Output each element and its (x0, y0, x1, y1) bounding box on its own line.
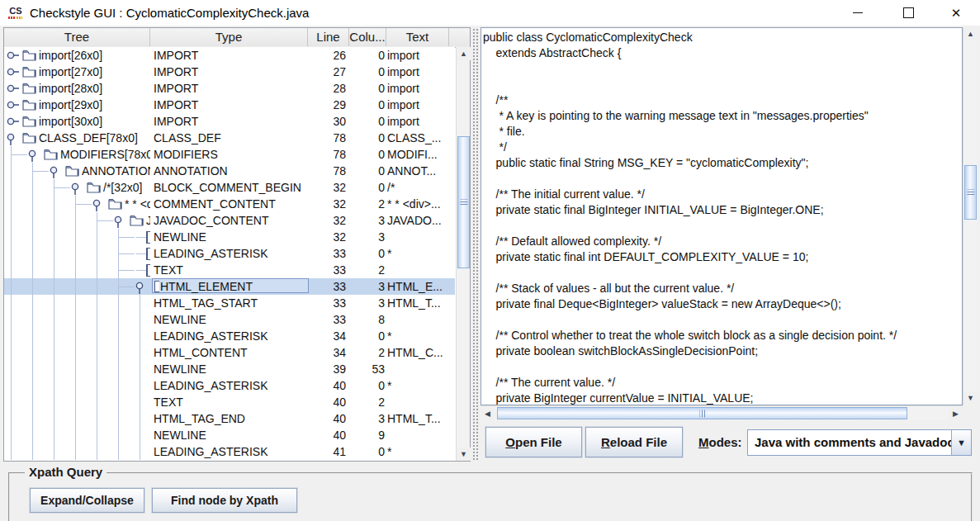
table-row[interactable]: import[26x0]IMPORT260import (4, 47, 455, 64)
tree-expanded-handle-icon[interactable] (135, 278, 149, 295)
code-line: /** Default allowed complexity. */ (483, 234, 661, 249)
minimize-button[interactable] (839, 0, 877, 26)
scroll-down-button[interactable]: ▼ (457, 448, 471, 461)
scrollbar-thumb[interactable] (457, 136, 470, 268)
tree-collapsed-handle-icon[interactable] (6, 113, 21, 130)
table-row[interactable]: HTML_ELEMENT333HTML_E...HTML_ELEMENT (4, 278, 455, 295)
close-icon: ✕ (951, 7, 962, 19)
line-cell: 26 (308, 49, 346, 62)
column-cell: 3 (349, 230, 385, 244)
column-header-text[interactable]: Text (386, 28, 449, 46)
scroll-up-button[interactable]: ▲ (963, 27, 978, 40)
tree-vscrollbar[interactable]: ▲▼ (456, 47, 470, 461)
tree-guide-line (32, 377, 33, 394)
table-row[interactable]: NEWLINE338 (4, 311, 455, 328)
table-row[interactable]: NEWLINE409 (4, 427, 455, 443)
type-cell: JAVADOC_CONTENT (154, 214, 310, 227)
table-row[interactable]: NEWLINE323 (4, 229, 455, 245)
scroll-down-button[interactable]: ▼ (963, 391, 978, 405)
code-vscrollbar[interactable]: ▲▼ (963, 27, 977, 405)
line-cell: 34 (308, 346, 346, 359)
tree-connector-line (118, 287, 135, 287)
column-cell: 3 (349, 214, 385, 227)
type-cell: TEXT (154, 263, 310, 277)
column-header-tree[interactable]: Tree (4, 28, 150, 46)
text-cell: * (387, 379, 450, 392)
source-code-view[interactable]: public class CyclomaticComplexityCheck e… (481, 27, 963, 405)
code-line: private final Deque<BigInteger> valueSta… (483, 296, 841, 312)
table-row[interactable]: * * <div>...COMMENT_CONTENT322* * <div>.… (4, 196, 455, 212)
table-row[interactable]: import[27x0]IMPORT270import (4, 64, 455, 80)
table-row[interactable]: HTML_TAG_END403HTML_T... (4, 410, 455, 427)
find-node-by-xpath-button[interactable]: Find node by Xpath (152, 488, 297, 513)
chevron-down-icon: ▼ (957, 438, 966, 448)
table-row[interactable]: TEXT402 (4, 394, 455, 410)
tree-expanded-handle-icon[interactable] (70, 179, 85, 196)
table-row[interactable]: ANNOTATION[78x0]ANNOTATION780ANNOT... (4, 163, 455, 179)
tree-expanded-handle-icon[interactable] (113, 212, 128, 229)
expand-collapse-button[interactable]: Expand/Collapse (30, 488, 144, 513)
tree-expanded-handle-icon[interactable] (49, 163, 64, 179)
close-button[interactable]: ✕ (937, 0, 975, 26)
tree-guide-line (11, 278, 12, 295)
split-divider[interactable] (471, 27, 481, 462)
table-row[interactable]: import[28x0]IMPORT280import (4, 80, 455, 97)
selected-node-box[interactable]: HTML_ELEMENT (152, 278, 309, 293)
table-row[interactable]: LEADING_ASTERISK340* (4, 328, 455, 344)
table-row[interactable]: MODIFIERS[78x0]MODIFIERS780MODIFI... (4, 146, 455, 163)
column-cell: 2 (349, 263, 385, 277)
type-cell: TEXT (154, 395, 310, 409)
column-header-line[interactable]: Line (308, 28, 349, 46)
scrollbar-thumb[interactable] (964, 165, 977, 220)
tree-cell (4, 377, 150, 394)
table-row[interactable]: HTML_CONTENT342HTML_C... (4, 344, 455, 361)
scroll-right-button[interactable]: ▶ (949, 407, 963, 420)
tree-cell (4, 361, 150, 377)
column-cell: 0 (349, 445, 385, 458)
tree-collapsed-handle-icon[interactable] (6, 80, 21, 97)
tree-expanded-handle-icon[interactable] (27, 146, 42, 163)
tree-collapsed-handle-icon[interactable] (6, 64, 21, 80)
tree-guide-line (75, 245, 76, 262)
tree-cell (4, 229, 150, 245)
tree-collapsed-handle-icon[interactable] (6, 97, 21, 113)
scroll-up-button[interactable]: ▲ (457, 47, 471, 60)
line-cell: 33 (308, 263, 346, 277)
code-hscrollbar[interactable]: ◀▶ (481, 405, 963, 420)
text-cell: * (387, 247, 450, 260)
table-row[interactable]: import[29x0]IMPORT290import (4, 97, 455, 113)
combo-dropdown-button[interactable]: ▼ (951, 430, 971, 455)
table-row[interactable]: LEADING_ASTERISK410* (4, 443, 455, 460)
scrollbar-thumb[interactable] (497, 407, 907, 419)
reload-file-button[interactable]: Reload File (585, 427, 683, 457)
tree-collapsed-handle-icon[interactable] (6, 47, 21, 64)
tree-guide-line (32, 427, 33, 443)
column-header-type[interactable]: Type (150, 28, 308, 46)
tree-expanded-handle-icon[interactable] (6, 130, 21, 146)
column-header-colu[interactable]: Colu... (349, 28, 386, 46)
table-row[interactable]: JAVADOC_CONTENT[32x3]JAVADOC_CONTENT323J… (4, 212, 455, 229)
line-cell: 33 (308, 247, 346, 260)
open-file-button[interactable]: Open File (485, 427, 582, 457)
line-cell: 29 (308, 98, 346, 111)
tree-guide-line (54, 262, 54, 278)
table-row[interactable]: HTML_TAG_START333HTML_T... (4, 295, 455, 311)
table-row[interactable]: LEADING_ASTERISK400* (4, 377, 455, 394)
maximize-button[interactable] (889, 0, 927, 26)
table-row[interactable]: CLASS_DEF[78x0]CLASS_DEF780CLASS_... (4, 130, 455, 146)
table-row[interactable]: import[30x0]IMPORT300import (4, 113, 455, 130)
tree-connector-line (11, 154, 27, 155)
table-row[interactable]: TEXT332 (4, 262, 455, 278)
tree-guide-line (54, 377, 54, 394)
tree-expanded-handle-icon[interactable] (92, 196, 107, 212)
tree-guide-line (54, 344, 54, 361)
code-line: /** The current value. */ (483, 375, 615, 391)
table-row[interactable]: /*[32x0]BLOCK_COMMENT_BEGIN320/* (4, 179, 455, 196)
modes-combobox[interactable]: Java with comments and Javadocs ▼ (747, 429, 972, 456)
text-cell: import (387, 82, 450, 95)
code-line: public static final String MSG_KEY = "cy… (483, 155, 808, 171)
table-row[interactable]: NEWLINE3953 (4, 361, 455, 377)
table-row[interactable]: LEADING_ASTERISK330* (4, 245, 455, 262)
code-line: private static final BigInteger INITIAL_… (483, 202, 824, 218)
scroll-left-button[interactable]: ◀ (481, 407, 495, 420)
